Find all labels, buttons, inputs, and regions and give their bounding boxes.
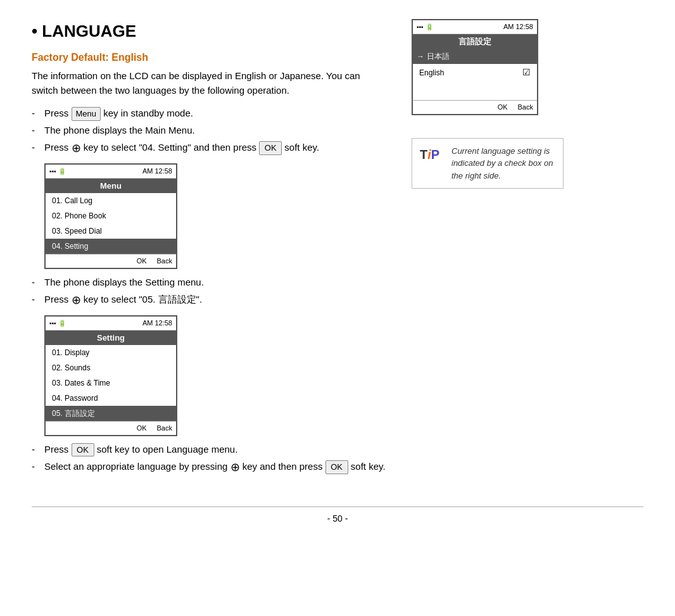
language-screen-container: ▪▪▪ 🔋 AM 12:58 言語設定 → 日本語 English ☑	[412, 19, 564, 115]
lang-item-english: English ☑	[413, 64, 537, 81]
lang-japanese-label: 日本語	[427, 51, 450, 62]
menu-item-2: 02. Phone Book	[46, 208, 176, 223]
step-dash: -	[32, 106, 39, 121]
setting-bottom-bar: OK Back	[46, 421, 176, 435]
lang-english-label: English	[419, 67, 444, 79]
battery-icon-2: 🔋	[58, 318, 66, 328]
page-title: • LANGUAGE	[32, 19, 386, 44]
left-column: • LANGUAGE Factory Default: English The …	[32, 19, 386, 487]
menu-screen: ▪▪▪ 🔋 AM 12:58 Menu 01. Call Log 02. Pho…	[44, 163, 177, 269]
setting-ok-label: OK	[137, 423, 147, 434]
tip-logo: TiP	[420, 145, 445, 164]
signal-icon-2: ▪▪▪	[49, 318, 56, 328]
step-5-text: Press ⊕ key to select "05. 言語設定".	[44, 292, 386, 309]
step-dash: -	[32, 443, 39, 457]
title-text: LANGUAGE	[42, 22, 136, 41]
step-6: - Press OK soft key to open Language men…	[32, 443, 386, 457]
menu-bottom-bar: OK Back	[46, 254, 176, 268]
factory-default-label: Factory Default: English	[32, 50, 386, 65]
step-7-text: Select an appropriate language by pressi…	[44, 459, 386, 476]
step-4: - The phone displays the Setting menu.	[32, 275, 386, 290]
step-7: - Select an appropriate language by pres…	[32, 459, 386, 476]
menu-key: Menu	[72, 107, 101, 121]
battery-icon: 🔋	[58, 167, 66, 176]
intro-text: The information on the LCD can be displa…	[32, 69, 361, 97]
menu-title: Menu	[46, 179, 176, 194]
lang-item-japanese: → 日本語	[413, 49, 537, 64]
battery-icon-3: 🔋	[426, 22, 433, 32]
step-dash: -	[32, 292, 39, 307]
step-5: - Press ⊕ key to select "05. 言語設定".	[32, 292, 386, 309]
setting-status-icons: ▪▪▪ 🔋	[49, 318, 66, 328]
menu-item-4-selected: 04. Setting	[46, 239, 176, 254]
right-column: ▪▪▪ 🔋 AM 12:58 言語設定 → 日本語 English ☑	[412, 19, 564, 189]
step-4-text: The phone displays the Setting menu.	[44, 275, 386, 290]
setting-item-3: 03. Dates & Time	[46, 375, 176, 391]
lang-time: AM 12:58	[503, 22, 533, 32]
setting-back-label: Back	[157, 423, 172, 434]
setting-screen-container: ▪▪▪ 🔋 AM 12:58 Setting 01. Display 02. S…	[44, 315, 386, 436]
step-dash: -	[32, 460, 39, 474]
language-screen: ▪▪▪ 🔋 AM 12:58 言語設定 → 日本語 English ☑	[412, 19, 538, 115]
menu-item-1: 01. Call Log	[46, 193, 176, 208]
nav-key-icon-2: ⊕	[72, 294, 81, 306]
arrow-icon: →	[417, 51, 424, 62]
menu-status-bar: ▪▪▪ 🔋 AM 12:58	[46, 165, 176, 179]
bullet: •	[32, 22, 37, 41]
status-icons: ▪▪▪ 🔋	[49, 167, 66, 176]
tip-p: P	[431, 148, 439, 161]
tip-text: Current language setting is indicated by…	[451, 145, 555, 182]
steps-section: - Press Menu key in standby mode. - The …	[32, 106, 386, 476]
step-dash: -	[32, 141, 39, 155]
step-1-text: Press Menu key in standby mode.	[44, 106, 386, 121]
signal-icon-3: ▪▪▪	[417, 22, 424, 32]
setting-item-1: 01. Display	[46, 345, 176, 360]
step-1: - Press Menu key in standby mode.	[32, 106, 386, 121]
setting-status-bar: ▪▪▪ 🔋 AM 12:58	[46, 317, 176, 330]
tip-box: TiP Current language setting is indicate…	[412, 138, 564, 189]
step-6-text: Press OK soft key to open Language menu.	[44, 443, 386, 457]
lang-spacer	[413, 81, 537, 100]
lang-status-bar: ▪▪▪ 🔋 AM 12:58	[413, 20, 537, 34]
tip-t: T	[420, 148, 427, 161]
menu-back-label: Back	[157, 256, 172, 267]
nav-key-icon-3: ⊕	[230, 461, 240, 474]
step-dash: -	[32, 123, 39, 138]
nav-key-icon: ⊕	[72, 142, 81, 154]
step-2: - The phone displays the Main Menu.	[32, 123, 386, 138]
setting-time: AM 12:58	[142, 318, 172, 329]
signal-icon: ▪▪▪	[49, 167, 56, 176]
step-3-text: Press ⊕ key to select "04. Setting" and …	[44, 140, 386, 157]
ok-key-3: OK	[325, 460, 348, 474]
lang-bottom-bar: OK Back	[413, 100, 537, 114]
ok-key-2: OK	[72, 443, 94, 457]
menu-time: AM 12:58	[142, 166, 172, 177]
setting-item-5-selected: 05. 言語設定	[46, 406, 176, 421]
menu-ok-label: OK	[137, 256, 147, 267]
setting-screen: ▪▪▪ 🔋 AM 12:58 Setting 01. Display 02. S…	[44, 315, 177, 436]
lang-title: 言語設定	[413, 34, 537, 49]
main-layout: • LANGUAGE Factory Default: English The …	[32, 19, 643, 487]
setting-title: Setting	[46, 330, 176, 346]
menu-item-3: 03. Speed Dial	[46, 223, 176, 239]
lang-back-label: Back	[518, 102, 533, 113]
menu-screen-container: ▪▪▪ 🔋 AM 12:58 Menu 01. Call Log 02. Pho…	[44, 163, 386, 269]
lang-status-icons: ▪▪▪ 🔋	[417, 22, 433, 32]
check-icon: ☑	[522, 66, 531, 79]
step-3: - Press ⊕ key to select "04. Setting" an…	[32, 140, 386, 157]
lang-ok-label: OK	[498, 102, 508, 113]
ja-text: 言語設定	[158, 294, 196, 305]
setting-item-2: 02. Sounds	[46, 360, 176, 375]
page-number: - 50 -	[32, 506, 643, 525]
step-dash: -	[32, 275, 39, 290]
page: • LANGUAGE Factory Default: English The …	[0, 0, 675, 544]
step-2-text: The phone displays the Main Menu.	[44, 123, 386, 138]
setting-item-4: 04. Password	[46, 391, 176, 406]
ok-key: OK	[259, 141, 282, 155]
